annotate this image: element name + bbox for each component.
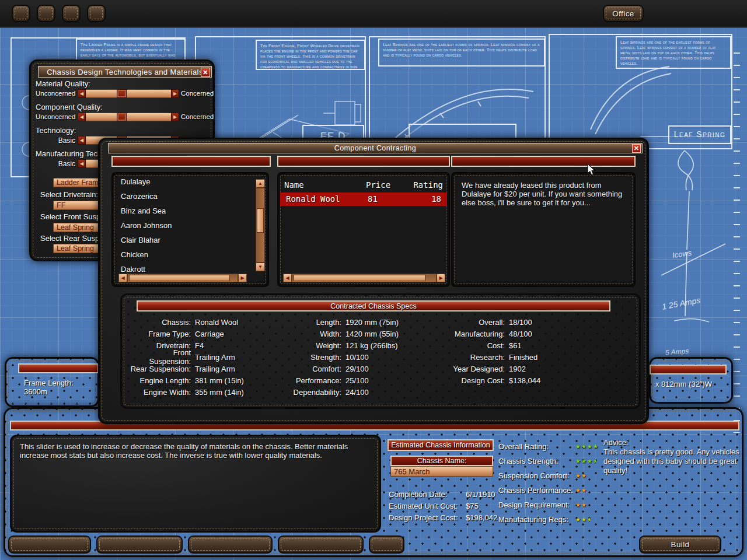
design-dialog-title-text: Chassis Design Technologies and Material…: [47, 68, 203, 76]
name-column-header: Name: [284, 180, 304, 190]
company-list-item[interactable]: Clair Blahar: [115, 233, 254, 247]
slider-handle[interactable]: [117, 113, 127, 121]
contracting-dialog-title-text: Component Contracting: [334, 144, 416, 152]
star-rating: ★★★★: [575, 458, 596, 464]
spec-label: Overall:: [441, 318, 505, 327]
frame-length-strip: Frame Length: 3600m: [5, 357, 99, 407]
bottom-button[interactable]: [8, 536, 91, 554]
menu-button[interactable]: [37, 5, 55, 22]
estimated-field-row: Estimated Unit Cost:$75: [389, 500, 503, 512]
close-icon[interactable]: ✕: [632, 144, 641, 153]
scroll-right-icon[interactable]: ▶: [437, 274, 445, 282]
technology-label: Technology:: [36, 126, 76, 135]
slider-left-arrow-icon[interactable]: ◀: [78, 136, 86, 145]
field-label: Estimated Unit Cost:: [389, 502, 466, 510]
menu-button[interactable]: [12, 5, 30, 22]
spec-label: Weight:: [281, 341, 341, 350]
spec-label: Front Suspension:: [130, 348, 191, 366]
slider-right-arrow-icon[interactable]: ▶: [171, 113, 179, 121]
spec-label: Performance:: [281, 376, 341, 385]
estimated-field-row: Completion Date:6/1/1910: [389, 488, 503, 500]
spec-label: Engine Width:: [130, 388, 191, 397]
office-button[interactable]: Office: [603, 5, 644, 22]
estimated-field-row: Design Project Cost:$198,042: [389, 512, 503, 523]
contracting-dialog: Component Contracting ✕ DulalayeCarozeri…: [98, 138, 649, 424]
slider-track[interactable]: [78, 113, 179, 121]
bottom-panel: This slider is used to increase or decre…: [4, 407, 743, 557]
slider-left-arrow-icon[interactable]: ◀: [78, 113, 86, 121]
vertical-scrollbar: ▲ ▼: [256, 179, 265, 271]
spec-row: Overall:18/100: [441, 316, 540, 328]
company-list-item[interactable]: Aaron Johnson: [115, 218, 254, 233]
rating-label: Suspension Comfort:: [498, 471, 575, 480]
hand-sketch: [657, 146, 744, 344]
spec-value: F4: [195, 341, 204, 350]
spec-value: Trailing Arm: [195, 353, 235, 362]
slider-right-arrow-icon[interactable]: ▶: [171, 89, 179, 98]
company-list: DulalayeCarozericaBinz and SeaAaron John…: [115, 174, 254, 276]
scroll-up-icon[interactable]: ▲: [256, 179, 265, 188]
company-list-item[interactable]: Dulalaye: [115, 174, 254, 189]
build-button[interactable]: Build: [639, 536, 721, 554]
spec-row: Engine Width:355 mm (14in): [130, 386, 244, 398]
blueprint-ruler: [734, 52, 740, 433]
bottom-button[interactable]: [96, 536, 183, 554]
tab[interactable]: [451, 156, 636, 167]
top-menu-bar: Office: [0, 0, 747, 27]
chassis-name-input[interactable]: [390, 466, 493, 477]
close-icon[interactable]: ✕: [201, 68, 210, 77]
scroll-track[interactable]: [256, 188, 265, 262]
company-list-item[interactable]: Chicken: [115, 247, 254, 262]
bottom-button[interactable]: [188, 536, 273, 554]
bottom-button[interactable]: [278, 536, 364, 554]
field-label: Design Project Cost:: [389, 513, 466, 522]
models-table-panel: Name Price Rating Ronald Wool 81 18 ◀ ▶: [277, 172, 450, 287]
scroll-thumb[interactable]: [129, 275, 230, 281]
company-list-item[interactable]: Binz and Sea: [115, 204, 254, 218]
horizontal-scrollbar: ◀ ▶: [283, 274, 445, 282]
scroll-left-icon[interactable]: ◀: [118, 274, 127, 282]
model-price: 81: [368, 192, 378, 206]
rating-label: Overall Rating:: [498, 442, 575, 451]
spec-value: 25/100: [345, 376, 369, 385]
design-dialog-title: Chassis Design Technologies and Material…: [38, 66, 212, 78]
company-name: Binz and Sea: [121, 206, 166, 215]
tab[interactable]: [111, 156, 271, 167]
scroll-thumb[interactable]: [294, 275, 425, 281]
spec-label: Frame Type:: [130, 330, 191, 338]
estimated-info-header: Estimated Chassis Information: [388, 439, 494, 451]
specs-column-1: Chassis:Ronald WoolFrame Type:CarriageDr…: [130, 316, 244, 398]
bottom-button-bar: [8, 536, 404, 554]
advice-title: Advice:: [603, 438, 742, 447]
company-list-item[interactable]: Carozerica: [115, 189, 254, 204]
spec-label: Width:: [281, 330, 341, 338]
scroll-left-icon[interactable]: ◀: [283, 274, 292, 282]
spec-row: Length:1920 mm (75in): [281, 316, 399, 328]
scroll-thumb[interactable]: [257, 208, 264, 233]
company-name: Dakrott: [121, 265, 145, 274]
bottom-button[interactable]: [369, 536, 404, 554]
scroll-right-icon[interactable]: ▶: [238, 274, 247, 282]
menu-button[interactable]: [62, 5, 81, 22]
scroll-track[interactable]: [127, 274, 238, 282]
slider-left-arrow-icon[interactable]: ◀: [78, 89, 86, 98]
model-row-selected[interactable]: Ronald Wool 81 18: [280, 192, 447, 206]
contracting-dialog-title: Component Contracting ✕: [108, 143, 643, 153]
menu-button[interactable]: [87, 5, 106, 22]
transaction-panel: We have already leased this product from…: [451, 172, 636, 287]
spec-label: Design Cost:: [441, 376, 505, 385]
company-name: Clair Blahar: [121, 236, 160, 244]
spec-row: Frame Type:Carriage: [130, 328, 244, 340]
slider-track[interactable]: [78, 89, 179, 98]
spec-label: Comfort:: [281, 365, 341, 373]
rating-label: Chassis Performance:: [498, 486, 575, 495]
tab[interactable]: [277, 156, 450, 167]
scroll-down-icon[interactable]: ▼: [256, 262, 265, 271]
frame-width-text: x 812mm (32")W: [655, 380, 712, 388]
component-quality-slider: ◀ ▶: [78, 113, 179, 121]
scroll-track[interactable]: [292, 274, 437, 282]
spec-label: Dependability:: [281, 388, 341, 397]
slider-handle[interactable]: [117, 89, 127, 98]
slider-left-arrow-icon[interactable]: ◀: [78, 159, 86, 168]
spec-value: 1920 mm (75in): [345, 318, 399, 327]
